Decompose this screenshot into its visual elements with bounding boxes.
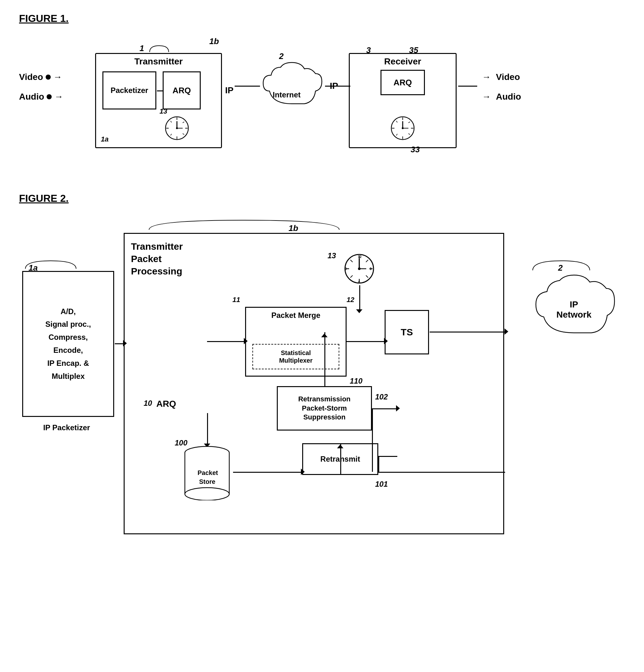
ad-box-text: A/D, Signal proc., Compress, Encode, IP … <box>45 305 91 383</box>
fig1-video-out-arrow: → <box>482 72 491 82</box>
line-ps-retransmit <box>233 472 302 473</box>
label-1b: 1b <box>209 36 219 46</box>
label-10-fig2: 10 <box>144 399 152 408</box>
label-12-fig2: 12 <box>347 296 354 304</box>
ip-label-2: IP <box>330 81 338 91</box>
packet-merge-box: Packet Merge Statistical Multiplexer <box>245 307 347 376</box>
figure1-diagram: Video → Audio → 1 1b Transmitter Packe <box>19 34 621 167</box>
fig1-audio-output: → Audio <box>482 92 521 102</box>
brace-1a-icon <box>22 257 79 270</box>
figure1-section: FIGURE 1. Video → Audio → 1 1b <box>19 13 625 167</box>
fig1-audio-out-label: Audio <box>496 92 521 102</box>
fig1-video-input: Video → <box>19 72 63 82</box>
ad-box: A/D, Signal proc., Compress, Encode, IP … <box>22 271 114 417</box>
ip-network-label: IP Network <box>539 300 609 320</box>
fig1-audio-label: Audio <box>19 92 44 102</box>
svg-point-35 <box>358 267 361 270</box>
fig1-video-arrow: → <box>53 72 62 82</box>
receiver-label: Receiver <box>384 57 422 67</box>
ip-packetizer-label: IP Packetizer <box>32 423 101 432</box>
line-rpss-ts-v <box>372 408 373 472</box>
label-33: 33 <box>411 145 420 155</box>
line-clock-ts <box>359 285 360 311</box>
label-35: 35 <box>409 45 418 55</box>
figure2-title: FIGURE 2. <box>19 193 625 204</box>
svg-text:6: 6 <box>358 280 360 284</box>
label-1: 1 <box>139 44 172 53</box>
clock-transmitter-icon <box>164 116 190 141</box>
line-rpss-pm <box>324 332 325 386</box>
clock-fig2-icon: 12 3 6 9 <box>343 253 375 285</box>
transmitter-label: Transmitter <box>134 57 183 67</box>
line-arq-ps <box>207 413 208 445</box>
fig1-audio-input: Audio → <box>19 92 63 102</box>
ip-label-1: IP <box>225 85 233 96</box>
packetizer-arq-arrow <box>157 91 163 92</box>
svg-text:3: 3 <box>370 267 372 271</box>
label-11-fig2: 11 <box>232 296 240 304</box>
arrow-ad-tpp <box>123 340 127 347</box>
line-pm-ts <box>347 341 385 342</box>
fig1-video-dot <box>46 74 51 80</box>
arrow-clock-ts <box>356 309 362 313</box>
label-110-fig2: 110 <box>350 376 362 385</box>
brace-1b-icon <box>146 217 342 233</box>
fig1-video-label: Video <box>19 72 43 82</box>
figure2-diagram: 1b Transmitter Packet Processing 13 <box>19 214 628 563</box>
arq-label-fig2: ARQ <box>156 399 176 409</box>
stat-mux-label: Statistical Multiplexer <box>279 349 313 364</box>
line-ts-out <box>430 332 506 333</box>
svg-text:9: 9 <box>345 267 347 271</box>
arrow-rpss-pm <box>321 334 328 337</box>
label-13-fig2: 13 <box>328 251 336 260</box>
arrow-retransmit-rpss <box>337 444 343 448</box>
figure2-section: FIGURE 2. 1b Transmitter Packet Processi… <box>19 193 625 563</box>
internet-cloud-icon <box>260 59 324 110</box>
tpp-outer-box: Transmitter Packet Processing 13 <box>124 233 504 534</box>
arrow-rpss-ts <box>396 405 400 411</box>
svg-point-44 <box>185 488 229 500</box>
arq-box-transmitter: ARQ <box>163 71 201 109</box>
line-tx-cloud <box>235 86 260 87</box>
tpp-title: Transmitter Packet Processing <box>131 240 183 277</box>
fig1-audio-dot <box>47 94 52 99</box>
packetizer-box: Packetizer <box>102 71 156 109</box>
brace-2-fig2-icon <box>530 258 593 273</box>
svg-text:12: 12 <box>358 255 362 259</box>
arrow-in-pm <box>244 338 248 344</box>
line-retransmit-right <box>378 456 379 472</box>
fig1-outputs: → Video → Audio <box>482 72 521 102</box>
svg-point-11 <box>176 127 178 129</box>
line-feedback-h <box>378 472 505 473</box>
label-1a-transmitter: 1a <box>101 135 108 143</box>
fig1-inputs: Video → Audio → <box>19 72 63 102</box>
label-2-fig1: 2 <box>279 51 283 61</box>
rpss-box: Retransmission Packet-Storm Suppression <box>277 386 372 431</box>
svg-point-23 <box>402 127 404 129</box>
rpss-label: Retransmission Packet-Storm Suppression <box>298 395 350 422</box>
brace-icon <box>146 44 172 53</box>
fig1-audio-arrow: → <box>54 92 63 102</box>
svg-text:Packet: Packet <box>197 469 218 476</box>
fig1-video-out-label: Video <box>496 72 520 82</box>
transmitter-box: Transmitter Packetizer ARQ <box>95 53 222 148</box>
packet-store-icon: Packet Store <box>182 443 232 500</box>
label-101-fig2: 101 <box>375 480 388 489</box>
receiver-box: Receiver ARQ <box>349 53 457 148</box>
clock-receiver-icon <box>390 116 415 141</box>
line-rx-out <box>458 86 477 87</box>
ts-box: TS <box>385 310 429 355</box>
figure1-title: FIGURE 1. <box>19 13 625 24</box>
packetizer-label: Packetizer <box>111 86 148 95</box>
fig1-audio-out-arrow: → <box>482 92 491 102</box>
ts-label: TS <box>401 327 413 338</box>
line-rpss-ts-h <box>372 408 397 409</box>
arq-receiver-box: ARQ <box>380 70 425 95</box>
arrow-ts-out <box>505 328 508 335</box>
packet-merge-label: Packet Merge <box>271 311 320 320</box>
line-retransmit-right-h <box>378 456 397 457</box>
line-in-pm <box>207 341 245 342</box>
fig1-video-output: → Video <box>482 72 521 82</box>
arq-receiver-label: ARQ <box>393 78 412 87</box>
stat-mux-box: Statistical Multiplexer <box>252 344 339 369</box>
